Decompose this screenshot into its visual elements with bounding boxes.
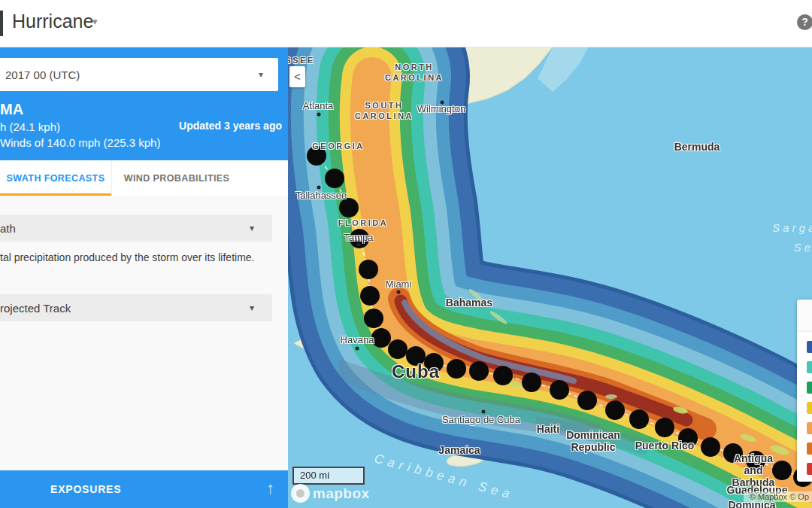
- chevron-down-icon: ▾: [250, 223, 254, 233]
- updated-badge: Updated 3 years ago: [179, 120, 282, 132]
- legend-color-swatch: [807, 463, 812, 475]
- mapbox-logo[interactable]: mapbox: [291, 484, 370, 503]
- track-type-value: rojected Track: [0, 302, 71, 315]
- legend-color-swatch: [807, 382, 812, 394]
- legend-color-swatch: [807, 361, 812, 373]
- top-bar: Hurricane ▾ ?: [0, 0, 812, 47]
- exposures-label: EXPOSURES: [50, 483, 121, 495]
- mapbox-logo-icon: [291, 484, 310, 503]
- sidebar-collapse-button[interactable]: <: [289, 66, 305, 87]
- legend-swatches: [797, 332, 812, 475]
- storm-winds: Winds of 140.0 mph (225.3 kph): [0, 136, 160, 149]
- mapbox-logo-text: mapbox: [313, 485, 370, 502]
- track-type-select[interactable]: rojected Track ▾: [0, 294, 272, 321]
- storm-header-panel: 2017 00 (UTC) ▾ MA h (24.1 kph) Winds of…: [0, 47, 288, 160]
- storm-movement: h (24.1 kph): [0, 120, 60, 133]
- swath-type-value: ath: [0, 222, 16, 235]
- chevron-down-icon: ▾: [259, 69, 263, 80]
- tab-bar: SWATH FORECASTS WIND PROBABILITIES: [0, 160, 288, 196]
- map-attribution[interactable]: © Mapbox © Op: [744, 491, 812, 502]
- legend-header: [797, 300, 812, 332]
- sidebar: 2017 00 (UTC) ▾ MA h (24.1 kph) Winds of…: [0, 47, 288, 508]
- tab-wind-probabilities[interactable]: WIND PROBABILITIES: [111, 160, 241, 196]
- swath-legend-panel: [797, 300, 812, 482]
- tab-swath-forecasts[interactable]: SWATH FORECASTS: [0, 160, 111, 196]
- legend-color-swatch: [807, 443, 812, 455]
- exposures-expander[interactable]: EXPOSURES ↑: [0, 470, 288, 508]
- legend-color-swatch: [807, 341, 812, 353]
- help-icon[interactable]: ?: [797, 14, 812, 30]
- storm-name: MA: [0, 101, 23, 118]
- swath-type-select[interactable]: ath ▾: [0, 214, 272, 242]
- forecast-date-value: 2017 00 (UTC): [5, 68, 80, 81]
- legend-color-swatch: [807, 422, 812, 434]
- map-scale-bar: 200 mi: [292, 467, 365, 485]
- up-arrow-icon[interactable]: ↑: [266, 479, 274, 498]
- chevron-down-icon: ▾: [250, 303, 254, 313]
- legend-color-swatch: [807, 402, 812, 414]
- page-title[interactable]: Hurricane: [12, 11, 93, 32]
- map-canvas[interactable]: SSEE NORTH CAROLINA SOUTH CAROLINA GEORG…: [288, 47, 812, 508]
- map-graphics: [288, 47, 812, 508]
- swath-forecast-panel: ath ▾ tal precipitation produced by the …: [0, 196, 288, 470]
- swath-description: tal precipitation produced by the storm …: [0, 251, 282, 263]
- chevron-down-icon[interactable]: ▾: [92, 16, 98, 27]
- menu-icon[interactable]: [0, 11, 3, 36]
- forecast-date-select[interactable]: 2017 00 (UTC) ▾: [0, 58, 278, 91]
